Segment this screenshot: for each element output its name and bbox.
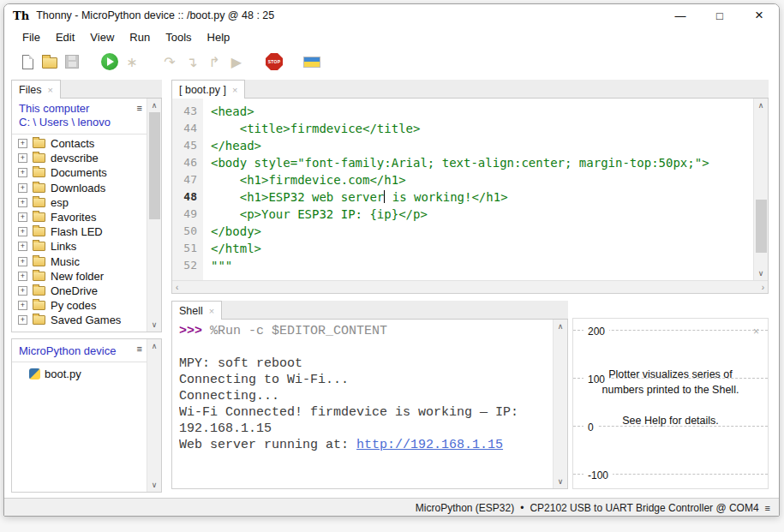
tree-item-contacts[interactable]: +Contacts	[12, 136, 161, 151]
step-over-icon: ↷	[164, 54, 175, 70]
scroll-down-icon[interactable]: ∨	[554, 477, 567, 486]
scroll-up-icon[interactable]: ∧	[147, 342, 161, 350]
menu-tools[interactable]: Tools	[158, 29, 199, 45]
shell-scrollbar[interactable]: ∧ ∨	[553, 320, 567, 488]
close-button[interactable]: ×	[739, 4, 779, 27]
minimize-button[interactable]: —	[661, 4, 700, 27]
scroll-down-icon[interactable]: ∨	[754, 269, 768, 278]
menu-bar: FileEditViewRunToolsHelp	[4, 27, 779, 47]
close-icon[interactable]: ×	[47, 85, 52, 95]
code-line[interactable]: 47 <h1>firmdevice.com</h1>	[172, 171, 753, 188]
device-title[interactable]: MicroPython device	[19, 344, 116, 357]
device-file-boot-py[interactable]: boot.py	[12, 366, 161, 381]
ukraine-flag-button[interactable]	[301, 51, 323, 72]
expand-icon[interactable]: +	[18, 227, 27, 236]
code-line[interactable]: 50</body>	[172, 223, 753, 240]
code-editor[interactable]: 43<head>44 <title>firmdevice</title>45</…	[171, 99, 769, 294]
tree-item-favorites[interactable]: +Favorites	[12, 210, 161, 224]
close-icon[interactable]: ×	[209, 306, 214, 316]
editor-vscrollbar[interactable]: ∧ ∨	[753, 99, 768, 280]
files-scroll-thumb[interactable]	[149, 112, 160, 219]
code-line[interactable]: 52"""	[172, 257, 753, 274]
shell-link[interactable]: http://192.168.1.15	[356, 438, 503, 452]
expand-icon[interactable]: +	[18, 242, 27, 251]
line-number: 50	[172, 223, 203, 240]
tree-item-new-folder[interactable]: +New folder	[12, 269, 161, 284]
run-button[interactable]	[99, 51, 121, 72]
scroll-up-icon[interactable]: ∧	[754, 101, 768, 110]
expand-icon[interactable]: +	[18, 139, 27, 148]
code-text: </html>	[203, 240, 261, 257]
tab-files[interactable]: Files ×	[11, 80, 61, 99]
debug-button: ∗	[121, 51, 143, 72]
menu-view[interactable]: View	[82, 29, 122, 45]
tree-item-esp[interactable]: +esp	[12, 195, 161, 210]
tree-item-onedrive[interactable]: +OneDrive	[12, 284, 161, 298]
file-label: boot.py	[45, 368, 81, 380]
code-line[interactable]: 51</html>	[172, 240, 753, 257]
expand-icon[interactable]: +	[18, 198, 27, 207]
tree-item-flash-led[interactable]: +Flash LED	[12, 224, 161, 239]
expand-icon[interactable]: +	[18, 301, 27, 310]
scroll-left-icon[interactable]: ‹	[176, 281, 178, 293]
title-bar[interactable]: Th Thonny - MicroPython device :: /boot.…	[4, 4, 779, 27]
expand-icon[interactable]: +	[18, 286, 27, 296]
files-scrollbar[interactable]: ∧ ∨	[147, 99, 161, 332]
scroll-down-icon[interactable]: ∨	[147, 481, 161, 489]
menu-run[interactable]: Run	[122, 29, 158, 45]
expand-icon[interactable]: +	[18, 315, 27, 325]
close-icon[interactable]: ×	[232, 85, 237, 95]
new-file-button[interactable]	[16, 51, 39, 72]
code-line[interactable]: 46<body style="font-family:Arial; text-a…	[172, 154, 753, 171]
expand-icon[interactable]: +	[18, 212, 27, 222]
code-line[interactable]: 48 <h1>ESP32 web server is working!</h1>	[172, 188, 753, 206]
tree-item-py-codes[interactable]: +Py codes	[12, 298, 161, 313]
code-line[interactable]: 45</head>	[172, 137, 753, 154]
code-line[interactable]: 49 <p>Your ESP32 IP: {ip}</p>	[172, 206, 753, 223]
menu-help[interactable]: Help	[200, 29, 238, 45]
status-menu-icon[interactable]: ≡	[765, 503, 770, 513]
files-menu-icon[interactable]: ≡	[137, 103, 142, 113]
shell-panel[interactable]: >>> %Run -c $EDITOR_CONTENT MPY: soft re…	[171, 320, 568, 489]
open-file-button[interactable]	[39, 51, 61, 72]
files-path[interactable]: C: \ Users \ lenovo	[19, 116, 154, 129]
menu-edit[interactable]: Edit	[48, 29, 82, 45]
expand-icon[interactable]: +	[18, 153, 27, 163]
expand-icon[interactable]: +	[18, 257, 27, 266]
scroll-up-icon[interactable]: ∧	[554, 322, 567, 331]
editor-hscrollbar[interactable]: ‹ ›	[172, 280, 768, 293]
scroll-up-icon[interactable]: ∧	[147, 101, 161, 110]
expand-icon[interactable]: +	[18, 183, 27, 193]
line-number: 52	[172, 257, 203, 274]
tree-item-links[interactable]: +Links	[12, 239, 161, 254]
port-label[interactable]: CP2102 USB to UART Bridge Controller @ C…	[530, 502, 758, 514]
stop-restart-button[interactable]: STOP	[263, 51, 285, 72]
tab-boot-py[interactable]: [ boot.py ] ×	[171, 80, 245, 99]
device-scrollbar[interactable]: ∧ ∨	[147, 339, 161, 492]
menu-file[interactable]: File	[15, 29, 48, 45]
maximize-button[interactable]: □	[700, 4, 739, 27]
tab-shell[interactable]: Shell ×	[171, 301, 222, 320]
interpreter-label[interactable]: MicroPython (ESP32)	[416, 502, 514, 514]
tree-item-music[interactable]: +Music	[12, 254, 161, 269]
editor-scroll-thumb[interactable]	[756, 200, 767, 253]
tree-item-documents[interactable]: +Documents	[12, 165, 161, 180]
left-column: Files × This computer C: \ Users \ lenov…	[11, 80, 162, 493]
folder-label: esp	[51, 196, 69, 209]
shell-tab-strip: Shell ×	[171, 301, 568, 320]
code-line[interactable]: 43<head>	[172, 103, 753, 120]
line-number: 48	[172, 188, 203, 206]
tree-item-saved-games[interactable]: +Saved Games	[12, 313, 161, 327]
expand-icon[interactable]: +	[18, 272, 27, 281]
expand-icon[interactable]: +	[18, 168, 27, 177]
tree-item-devscribe[interactable]: +devscribe	[12, 151, 161, 165]
plotter-gridline: 100	[573, 378, 768, 394]
scroll-down-icon[interactable]: ∨	[147, 320, 161, 329]
tree-item-downloads[interactable]: +Downloads	[12, 181, 161, 195]
code-area[interactable]: 43<head>44 <title>firmdevice</title>45</…	[172, 99, 753, 280]
scroll-right-icon[interactable]: ›	[762, 281, 764, 293]
folder-label: OneDrive	[51, 284, 98, 297]
device-menu-icon[interactable]: ≡	[137, 344, 142, 354]
code-line[interactable]: 44 <title>firmdevice</title>	[172, 120, 753, 137]
files-location-title[interactable]: This computer	[19, 102, 154, 116]
